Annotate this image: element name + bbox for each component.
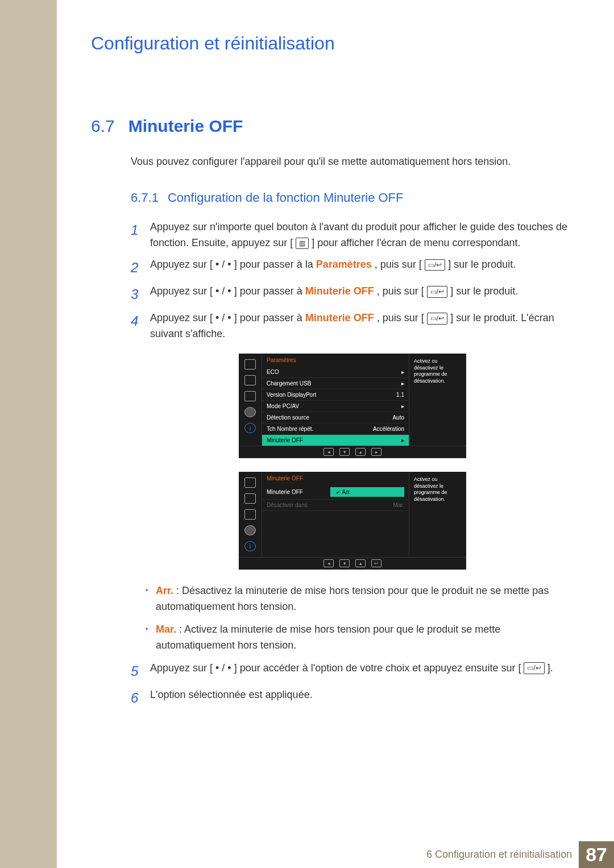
move-icon (244, 493, 256, 504)
osd-header: Paramètres (262, 354, 409, 367)
osd-row[interactable]: Minuterie OFF Arr. (262, 485, 409, 500)
osd-minuterie-off: i Minuterie OFF Minuterie OFF Arr. Désac… (239, 472, 466, 570)
chapter-title: Configuration et réinitialisation (91, 33, 580, 54)
nav-left-icon[interactable]: ◂ (323, 559, 334, 567)
subsection-title: Configuration de la fonction Minuterie O… (168, 190, 404, 205)
step-text: ]. (547, 662, 553, 674)
bullet-arr: Arr. : Désactivez la minuterie de mise h… (146, 583, 580, 615)
move-icon (244, 375, 256, 385)
step-text: , puis sur [ (377, 285, 424, 297)
nav-down-icon[interactable]: ▾ (339, 448, 350, 456)
osd-help-text: Activez ou désactivez le programme de dé… (409, 472, 466, 557)
osd-row-disabled: Désactiver dansMar. (262, 500, 409, 511)
section-intro: Vous pouvez configurer l'appareil pour q… (131, 156, 580, 168)
gear-icon (244, 525, 256, 535)
page-footer: 6 Configuration et réinitialisation 87 (426, 841, 614, 868)
step-3: 3 Appuyez sur [ • / • ] pour passer à Mi… (131, 284, 580, 305)
step-text: Appuyez sur [ • / • ] pour passer à la (150, 259, 316, 270)
step-text: , puis sur [ (375, 259, 422, 270)
osd-nav-bar: ◂ ▾ ▴ ↩ (239, 557, 466, 570)
osd-option-selected[interactable]: Arr. (330, 487, 404, 497)
step-number: 2 (131, 257, 141, 278)
nav-left-icon[interactable]: ◂ (323, 448, 334, 456)
step-4: 4 Appuyez sur [ • / • ] pour passer à Mi… (131, 310, 580, 342)
enter-icon: ▭/↩ (425, 259, 445, 271)
nav-right-icon[interactable]: ▸ (371, 448, 381, 456)
step-text: Appuyez sur [ • / • ] pour passer à (150, 285, 305, 297)
info-icon: i (244, 541, 256, 551)
osd-menu: Minuterie OFF Minuterie OFF Arr. Désacti… (262, 472, 409, 557)
step-text: Appuyez sur [ • / • ] pour passer à (150, 312, 305, 323)
step-text: ] pour afficher l'écran de menu correspo… (312, 237, 520, 248)
nav-down-icon[interactable]: ▾ (339, 559, 350, 567)
keyword: Minuterie OFF (305, 285, 374, 297)
section-heading: 6.7 Minuterie OFF (91, 117, 580, 136)
display-icon (244, 359, 256, 369)
step-6: 6 L'option sélectionnée est appliquée. (131, 687, 580, 708)
bullet-mar: Mar. : Activez la minuterie de mise hors… (146, 622, 580, 654)
keyword: Minuterie OFF (305, 312, 374, 323)
nav-up-icon[interactable]: ▴ (355, 448, 366, 456)
step-number: 1 (131, 219, 141, 251)
step-text: , puis sur [ (377, 312, 424, 323)
osd-row[interactable]: Chargement USB▸ (262, 378, 409, 389)
osd-parametres: i Paramètres ECO▸ Chargement USB▸ Versio… (239, 354, 466, 458)
step-number: 4 (131, 310, 141, 342)
osd-menu: Paramètres ECO▸ Chargement USB▸ Version … (262, 354, 409, 446)
nav-enter-icon[interactable]: ↩ (371, 559, 381, 567)
osd-screenshots: i Paramètres ECO▸ Chargement USB▸ Versio… (239, 354, 580, 570)
bullet-text: : Désactivez la minuterie de mise hors t… (156, 585, 549, 612)
osd-row[interactable]: ECO▸ (262, 367, 409, 378)
osd-help-text: Activez ou désactivez le programme de dé… (409, 354, 466, 446)
subsection-heading: 6.7.1 Configuration de la fonction Minut… (131, 190, 580, 205)
info-icon: i (244, 423, 256, 433)
keyword: Mar. (156, 624, 176, 635)
osd-row-selected[interactable]: Minuterie OFF▸ (262, 435, 409, 446)
keyword: Paramètres (316, 259, 372, 270)
osd-row[interactable]: Tch Nombre répét.Accélération (262, 423, 409, 435)
osd-row[interactable]: Détection sourceAuto (262, 412, 409, 423)
steps-list-cont: 5 Appuyez sur [ • / • ] pour accéder à l… (131, 661, 580, 708)
bullet-text: : Activez la minuterie de mise hors tens… (156, 624, 500, 651)
step-number: 5 (131, 661, 141, 682)
display-icon (244, 477, 256, 488)
enter-icon: ▭/↩ (427, 286, 447, 298)
enter-icon: ▭/↩ (427, 313, 447, 325)
menu-icon: ▥ (296, 238, 309, 250)
steps-list: 1 Appuyez sur n'importe quel bouton à l'… (131, 219, 580, 342)
step-number: 6 (131, 687, 141, 708)
step-number: 3 (131, 284, 141, 305)
subsection-number: 6.7.1 (131, 190, 159, 205)
gear-icon (244, 407, 256, 417)
step-5: 5 Appuyez sur [ • / • ] pour accéder à l… (131, 661, 580, 682)
footer-chapter: 6 Configuration et réinitialisation (426, 849, 579, 861)
step-text: Appuyez sur [ • / • ] pour accéder à l'o… (150, 662, 521, 674)
keyword: Arr. (156, 585, 173, 596)
list-icon (244, 509, 256, 520)
step-text: ] sur le produit. (448, 259, 516, 270)
page-content: Configuration et réinitialisation 6.7 Mi… (57, 0, 614, 868)
section-title: Minuterie OFF (128, 117, 243, 136)
step-text: L'option sélectionnée est appliquée. (150, 687, 313, 708)
option-bullets: Arr. : Désactivez la minuterie de mise h… (146, 583, 580, 654)
enter-icon: ▭/↩ (524, 662, 544, 674)
osd-row[interactable]: Mode PC/AV▸ (262, 401, 409, 412)
step-text: ] sur le produit. (450, 285, 518, 297)
section-number: 6.7 (91, 117, 115, 136)
osd-header: Minuterie OFF (262, 472, 409, 485)
osd-nav-bar: ◂ ▾ ▴ ▸ (239, 446, 466, 458)
osd-side-icons: i (239, 354, 262, 446)
osd-side-icons: i (239, 472, 262, 557)
sidebar-strip (0, 0, 57, 868)
step-2: 2 Appuyez sur [ • / • ] pour passer à la… (131, 257, 580, 278)
footer-page-number: 87 (579, 841, 614, 868)
nav-up-icon[interactable]: ▴ (355, 559, 366, 567)
list-icon (244, 391, 256, 401)
osd-row[interactable]: Version DisplayPort1.1 (262, 389, 409, 401)
step-1: 1 Appuyez sur n'importe quel bouton à l'… (131, 219, 580, 251)
